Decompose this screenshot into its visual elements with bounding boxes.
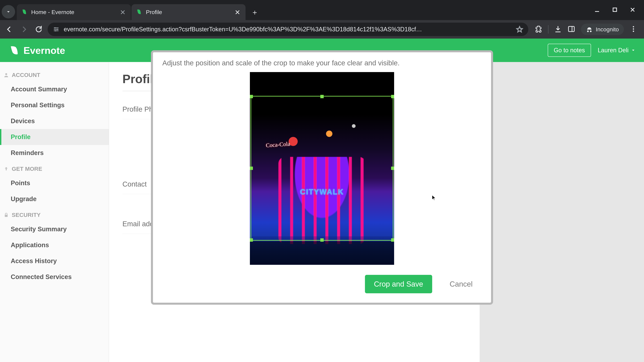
incognito-indicator[interactable]: Incognito bbox=[581, 24, 624, 35]
svg-rect-0 bbox=[613, 8, 617, 11]
evernote-favicon-icon bbox=[21, 9, 28, 16]
window-controls bbox=[594, 0, 644, 20]
window-minimize-button[interactable] bbox=[594, 7, 600, 13]
sidebar-group-account: ACCOUNT bbox=[0, 67, 109, 81]
crop-and-save-button[interactable]: Crop and Save bbox=[365, 275, 432, 293]
modal-instruction: Adjust the position and scale of the cro… bbox=[162, 59, 482, 67]
crop-selection[interactable] bbox=[250, 96, 394, 241]
svg-point-3 bbox=[55, 30, 56, 31]
evernote-elephant-icon bbox=[8, 44, 20, 56]
nav-forward-button[interactable] bbox=[18, 23, 30, 35]
window-close-button[interactable] bbox=[630, 7, 636, 13]
evernote-favicon-icon bbox=[136, 9, 142, 16]
sidebar-item-points[interactable]: Points bbox=[0, 175, 109, 191]
crop-handle-ml[interactable] bbox=[250, 167, 253, 170]
tab-strip: Home - Evernote Profile ＋ bbox=[0, 0, 644, 20]
sidebar-group-security: SECURITY bbox=[0, 207, 109, 221]
settings-sidebar: ACCOUNT Account Summary Personal Setting… bbox=[0, 62, 109, 362]
crop-handle-tc[interactable] bbox=[320, 95, 324, 98]
sidebar-item-profile[interactable]: Profile bbox=[0, 129, 109, 145]
crop-handle-tl[interactable] bbox=[250, 95, 253, 98]
bookmark-star-icon[interactable] bbox=[516, 26, 523, 33]
sidebar-item-connected-services[interactable]: Connected Services bbox=[0, 269, 109, 285]
window-maximize-button[interactable] bbox=[612, 7, 618, 13]
sidebar-item-personal-settings[interactable]: Personal Settings bbox=[0, 97, 109, 113]
crop-handle-mr[interactable] bbox=[391, 167, 394, 170]
toolbar-right: Incognito bbox=[531, 24, 641, 35]
crop-shade bbox=[250, 241, 394, 265]
sidebar-item-account-summary[interactable]: Account Summary bbox=[0, 81, 109, 97]
crop-shade bbox=[250, 72, 394, 96]
omnibox-url: evernote.com/secure/ProfileSettings.acti… bbox=[64, 26, 512, 33]
sidebar-item-applications[interactable]: Applications bbox=[0, 237, 109, 253]
svg-rect-10 bbox=[5, 215, 8, 217]
user-menu[interactable]: Lauren Deli bbox=[598, 47, 636, 54]
modal-buttons: Crop and Save Cancel bbox=[162, 275, 482, 293]
new-tab-button[interactable]: ＋ bbox=[249, 6, 260, 18]
tab-title: Profile bbox=[146, 9, 162, 15]
crop-canvas[interactable]: CITYWALK Coca-Cola bbox=[250, 72, 394, 265]
crop-handle-tr[interactable] bbox=[391, 95, 394, 98]
modal-cancel-button[interactable]: Cancel bbox=[440, 275, 482, 293]
evernote-logo[interactable]: Evernote bbox=[8, 44, 65, 56]
omnibox[interactable]: evernote.com/secure/ProfileSettings.acti… bbox=[48, 23, 528, 36]
svg-point-9 bbox=[5, 73, 7, 75]
sidebar-item-security-summary[interactable]: Security Summary bbox=[0, 221, 109, 237]
user-name: Lauren Deli bbox=[598, 47, 628, 54]
crop-handle-bl[interactable] bbox=[250, 238, 253, 242]
browser-tab[interactable]: Profile bbox=[132, 4, 246, 20]
toolbar-divider bbox=[548, 25, 548, 33]
brand-name: Evernote bbox=[24, 45, 65, 56]
page-viewport: Evernote Go to notes Lauren Deli ACCOUNT… bbox=[0, 38, 644, 362]
arrow-up-icon bbox=[3, 166, 9, 172]
tab-close-button[interactable] bbox=[234, 9, 240, 15]
tab-close-button[interactable] bbox=[120, 9, 126, 15]
svg-point-8 bbox=[633, 31, 634, 32]
incognito-icon bbox=[586, 26, 593, 33]
svg-point-7 bbox=[633, 28, 634, 30]
lock-icon bbox=[3, 212, 9, 218]
side-panel-icon[interactable] bbox=[568, 25, 575, 33]
person-icon bbox=[3, 72, 9, 78]
sidebar-item-reminders[interactable]: Reminders bbox=[0, 145, 109, 161]
sidebar-item-upgrade[interactable]: Upgrade bbox=[0, 191, 109, 207]
mouse-cursor-icon bbox=[431, 194, 437, 200]
extensions-icon[interactable] bbox=[535, 25, 542, 33]
svg-point-2 bbox=[57, 29, 58, 30]
crop-handle-bc[interactable] bbox=[320, 238, 324, 242]
chrome-menu-icon[interactable] bbox=[630, 25, 637, 33]
go-to-notes-button[interactable]: Go to notes bbox=[548, 44, 591, 57]
incognito-label: Incognito bbox=[596, 26, 619, 33]
crop-handle-br[interactable] bbox=[391, 238, 394, 242]
tab-search-button[interactable] bbox=[2, 5, 15, 18]
svg-point-6 bbox=[633, 26, 634, 27]
chevron-down-icon bbox=[631, 48, 636, 53]
sidebar-item-access-history[interactable]: Access History bbox=[0, 253, 109, 269]
svg-rect-4 bbox=[568, 26, 574, 32]
sidebar-item-devices[interactable]: Devices bbox=[0, 113, 109, 129]
downloads-icon[interactable] bbox=[554, 25, 562, 33]
sidebar-group-getmore: GET MORE bbox=[0, 161, 109, 175]
tab-title: Home - Evernote bbox=[31, 9, 74, 15]
crop-modal: Adjust the position and scale of the cro… bbox=[151, 50, 493, 305]
svg-point-1 bbox=[54, 27, 56, 28]
browser-chrome: Home - Evernote Profile ＋ evernote.com/s… bbox=[0, 0, 644, 38]
nav-reload-button[interactable] bbox=[33, 23, 44, 35]
address-bar: evernote.com/secure/ProfileSettings.acti… bbox=[0, 20, 644, 38]
site-settings-icon[interactable] bbox=[53, 26, 60, 33]
nav-back-button[interactable] bbox=[3, 23, 15, 35]
browser-tab[interactable]: Home - Evernote bbox=[17, 4, 131, 20]
